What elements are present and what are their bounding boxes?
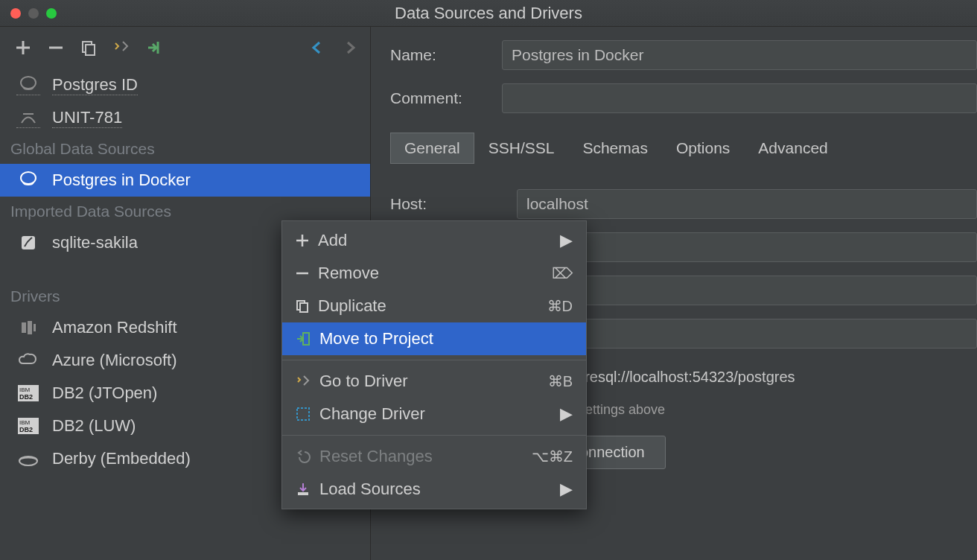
- tab-general[interactable]: General: [390, 133, 474, 164]
- separator: [282, 360, 586, 360]
- name-input[interactable]: [502, 40, 977, 70]
- section-header-global: Global Data Sources: [0, 134, 370, 164]
- name-label: Name:: [390, 46, 487, 64]
- svg-text:IBM: IBM: [19, 386, 31, 393]
- tabs: General SSH/SSL Schemas Options Advanced: [390, 133, 977, 164]
- svg-rect-4: [22, 236, 35, 249]
- ctx-reset-changes: Reset Changes ⌥⌘Z: [282, 440, 586, 473]
- svg-text:DB2: DB2: [19, 426, 33, 433]
- postgres-icon: [16, 171, 40, 190]
- ctx-add[interactable]: Add ▶: [282, 224, 586, 257]
- datasource-label: sqlite-sakila: [52, 233, 138, 252]
- sidebar-toolbar: [0, 27, 370, 69]
- remove-icon[interactable]: [46, 38, 66, 57]
- datasource-label: UNIT-781: [52, 108, 122, 128]
- tab-ssh-ssl[interactable]: SSH/SSL: [474, 133, 569, 164]
- comment-label: Comment:: [390, 89, 487, 107]
- svg-rect-19: [298, 492, 308, 495]
- db2-icon: IBMDB2: [16, 418, 40, 434]
- undo-icon: [296, 449, 311, 464]
- datasource-item-postgres-id[interactable]: Postgres ID: [0, 69, 370, 101]
- add-icon[interactable]: [13, 38, 33, 57]
- derby-icon: [16, 451, 40, 467]
- comment-input[interactable]: [502, 83, 977, 113]
- svg-text:IBM: IBM: [19, 419, 31, 426]
- host-input[interactable]: [517, 189, 977, 219]
- shortcut: ⌦: [552, 264, 573, 282]
- driver-label: DB2 (LUW): [52, 416, 136, 436]
- submenu-arrow-icon: ▶: [560, 404, 573, 424]
- datasource-label: Postgres in Docker: [52, 171, 191, 190]
- shortcut: ⌘D: [547, 297, 573, 315]
- move-icon: [296, 331, 311, 346]
- svg-rect-16: [300, 303, 308, 312]
- duplicate-icon[interactable]: [79, 38, 98, 57]
- duplicate-icon: [296, 299, 309, 313]
- settings-icon[interactable]: [112, 38, 131, 57]
- svg-text:DB2: DB2: [19, 393, 33, 401]
- host-label: Host:: [390, 195, 502, 213]
- svg-rect-7: [34, 324, 36, 331]
- undo-icon[interactable]: [308, 38, 327, 57]
- datasource-item-unit-781[interactable]: UNIT-781: [0, 101, 370, 134]
- change-driver-icon: [296, 407, 311, 421]
- ctx-load-sources[interactable]: Load Sources ▶: [282, 473, 586, 506]
- ctx-change-driver[interactable]: Change Driver ▶: [282, 398, 586, 430]
- shortcut: ⌥⌘Z: [532, 448, 573, 465]
- submenu-arrow-icon: ▶: [560, 231, 573, 250]
- db2-icon: IBMDB2: [16, 385, 40, 401]
- svg-point-2: [21, 77, 36, 89]
- ctx-remove[interactable]: Remove ⌦: [282, 257, 586, 290]
- ctx-move-to-project[interactable]: Move to Project: [282, 322, 586, 355]
- tab-schemas[interactable]: Schemas: [568, 133, 662, 164]
- plus-icon: [296, 234, 309, 247]
- datasource-item-postgres-docker[interactable]: Postgres in Docker: [0, 164, 370, 197]
- ctx-go-to-driver[interactable]: Go to Driver ⌘B: [282, 365, 586, 398]
- titlebar: Data Sources and Drivers: [0, 0, 977, 27]
- svg-rect-18: [297, 408, 309, 420]
- submenu-arrow-icon: ▶: [560, 480, 573, 499]
- download-icon: [296, 482, 311, 497]
- import-icon[interactable]: [144, 38, 164, 57]
- driver-label: DB2 (JTOpen): [52, 384, 157, 403]
- driver-label: Azure (Microsoft): [52, 351, 176, 370]
- azure-icon: [16, 353, 40, 368]
- svg-rect-6: [28, 321, 32, 334]
- redo-icon[interactable]: [340, 38, 360, 57]
- tab-options[interactable]: Options: [662, 133, 744, 164]
- svg-rect-5: [22, 322, 26, 333]
- postgres-icon: [16, 75, 40, 95]
- separator: [282, 435, 586, 436]
- mssql-icon: [16, 108, 40, 128]
- svg-point-3: [21, 172, 36, 184]
- context-menu: Add ▶ Remove ⌦ Duplicate ⌘D Move to Proj…: [281, 220, 587, 509]
- shortcut: ⌘B: [548, 372, 573, 390]
- tab-advanced[interactable]: Advanced: [744, 133, 841, 164]
- sqlite-icon: [16, 233, 40, 252]
- wrench-icon: [296, 374, 311, 389]
- minus-icon: [296, 267, 309, 280]
- window-title: Data Sources and Drivers: [0, 4, 977, 23]
- driver-label: Amazon Redshift: [52, 318, 177, 337]
- driver-label: Derby (Embedded): [52, 449, 191, 468]
- svg-rect-1: [86, 45, 95, 55]
- datasource-label: Postgres ID: [52, 75, 138, 95]
- redshift-icon: [16, 319, 40, 337]
- ctx-duplicate[interactable]: Duplicate ⌘D: [282, 290, 586, 322]
